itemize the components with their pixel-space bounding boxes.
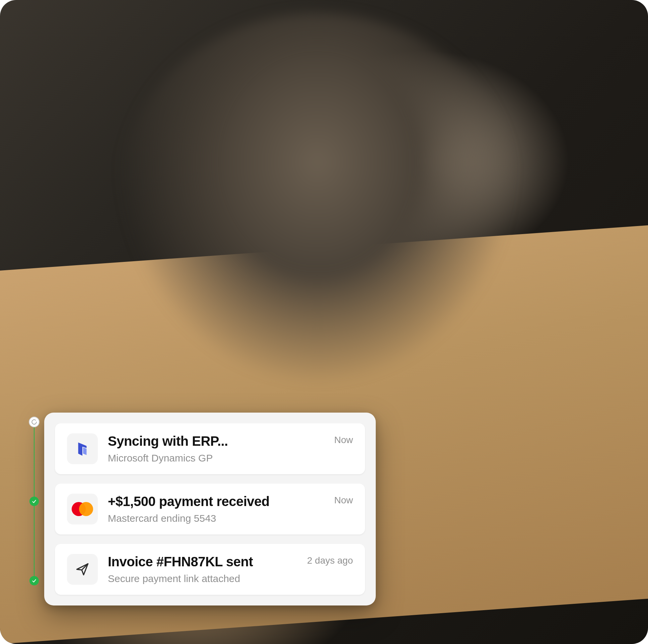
activity-card-body: Syncing with ERP... Microsoft Dynamics G…	[108, 433, 324, 464]
activity-subtitle: Microsoft Dynamics GP	[108, 452, 324, 464]
check-icon	[30, 576, 39, 585]
send-icon	[67, 554, 98, 585]
activity-title: +$1,500 payment received	[108, 494, 324, 509]
activity-card-body: +$1,500 payment received Mastercard endi…	[108, 494, 324, 525]
activity-card[interactable]: Invoice #FHN87KL sent Secure payment lin…	[55, 544, 365, 595]
activity-timeline: Syncing with ERP... Microsoft Dynamics G…	[29, 413, 376, 605]
activity-card-body: Invoice #FHN87KL sent Secure payment lin…	[108, 554, 297, 585]
activity-timestamp: Now	[334, 495, 353, 506]
activity-timestamp: 2 days ago	[307, 555, 353, 566]
activity-card-stack: Syncing with ERP... Microsoft Dynamics G…	[44, 413, 376, 605]
check-icon	[30, 497, 39, 506]
activity-card[interactable]: +$1,500 payment received Mastercard endi…	[55, 484, 365, 535]
figure-decoration	[116, 13, 519, 386]
syncing-icon	[30, 417, 39, 427]
activity-title: Invoice #FHN87KL sent	[108, 554, 297, 569]
timeline-rail	[29, 413, 40, 585]
activity-timestamp: Now	[334, 435, 353, 445]
activity-subtitle: Mastercard ending 5543	[108, 513, 324, 525]
mastercard-icon	[67, 494, 98, 525]
activity-subtitle: Secure payment link attached	[108, 573, 297, 585]
activity-title: Syncing with ERP...	[108, 433, 324, 449]
dynamics-logo-icon	[67, 433, 98, 464]
activity-card[interactable]: Syncing with ERP... Microsoft Dynamics G…	[55, 423, 365, 474]
